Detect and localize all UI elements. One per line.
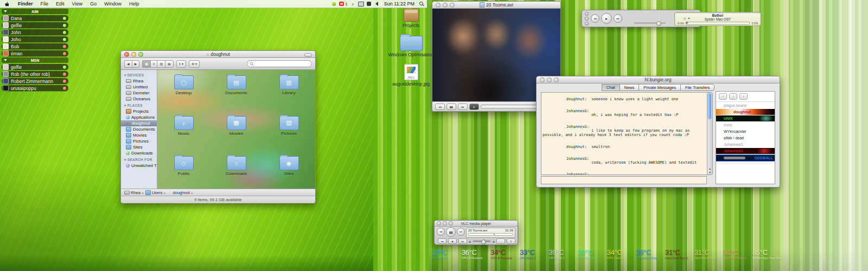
buddy-row[interactable]: gelfie — [2, 64, 68, 70]
scroll-down-icon[interactable]: ▼ — [708, 171, 712, 174]
volume-icon[interactable] — [374, 1, 379, 7]
displays-icon[interactable] — [358, 1, 364, 7]
chat-tab[interactable]: Private Messages — [639, 84, 680, 91]
finder-folder-item[interactable]: ◇ Public — [157, 153, 210, 189]
previous-button[interactable]: ◂◂ — [438, 238, 446, 244]
sidebar-section-header[interactable]: ▾ SEARCH FOR — [121, 156, 157, 163]
path-item[interactable]: doughnut — [168, 190, 190, 195]
vlc-volume-slider[interactable] — [473, 241, 490, 242]
user-row[interactable]: plague bearer — [716, 102, 775, 108]
arrange-menu-button[interactable]: ≡ ▾ — [176, 60, 186, 68]
menu-item[interactable]: Go — [86, 1, 100, 7]
sidebar-section-header[interactable]: ▾ DEVICES — [121, 72, 157, 78]
private-chat-button[interactable]: ○ — [719, 93, 727, 100]
menu-item[interactable]: Edit — [52, 1, 68, 7]
spotlight-icon[interactable] — [419, 2, 424, 6]
playlist-button[interactable]: ≡ — [507, 238, 515, 244]
menu-item[interactable]: Help — [125, 1, 143, 7]
user-row[interactable]: irons — [716, 122, 775, 128]
app-status-icon[interactable] — [367, 1, 372, 7]
sidebar-item[interactable]: Movies — [121, 132, 157, 138]
progress-bar[interactable] — [686, 22, 750, 25]
rewind-button[interactable]: ◂◂ — [437, 228, 445, 236]
buddy-row[interactable]: Robert Zimmermann — [2, 78, 68, 84]
volume-slider[interactable] — [634, 22, 666, 24]
user-row[interactable]: WYkncacnter — [716, 128, 775, 134]
scrollbar-thumb[interactable] — [707, 93, 711, 119]
menu-item[interactable]: Window — [100, 1, 125, 7]
rewind-button[interactable]: ◂◂ — [591, 14, 599, 23]
sidebar-item[interactable]: Sites — [121, 144, 157, 150]
zoom-button[interactable] — [138, 52, 143, 57]
coverflow-view-button[interactable]: ▤ — [165, 60, 174, 68]
close-button[interactable] — [540, 78, 545, 82]
path-item[interactable]: Users — [145, 190, 163, 195]
buddy-row[interactable]: Rob (the other rob) — [2, 71, 68, 77]
forward-button[interactable]: ▶ — [132, 60, 140, 68]
menu-item[interactable]: Finder — [14, 1, 37, 7]
sidebar-item[interactable]: Demeter — [121, 90, 157, 96]
sidebar-item[interactable]: Rhea — [121, 78, 157, 84]
menu-item[interactable]: View — [68, 1, 86, 7]
sidebar-item[interactable]: Downloads — [121, 150, 157, 156]
zoom-button[interactable] — [585, 22, 589, 25]
rewind-button[interactable]: ◂◂ — [435, 104, 445, 110]
growl-icon[interactable] — [331, 1, 336, 7]
finder-folder-item[interactable]: ▦ Movies — [210, 113, 263, 149]
finder-folder-item[interactable]: ○ Downloads — [210, 153, 263, 189]
close-button[interactable] — [585, 12, 589, 16]
user-row[interactable]: ODDBALL — [716, 154, 775, 162]
buddy-row[interactable]: Joho — [2, 36, 68, 42]
play-button[interactable]: ▸ — [601, 13, 612, 24]
chat-tab[interactable]: News — [620, 84, 639, 91]
minimize-button[interactable] — [131, 52, 136, 57]
desktop-icon-windows-optimisation[interactable]: Windows Optimisation — [388, 28, 433, 57]
sidebar-item[interactable]: Applications — [121, 114, 157, 120]
buddy-row[interactable]: John — [2, 29, 68, 35]
back-button[interactable]: ◀ — [124, 60, 132, 68]
stop-button[interactable]: ■ — [448, 238, 457, 244]
gmail-notifier-icon[interactable]: M1 — [339, 1, 347, 7]
finder-folder-item[interactable]: ◉ Sites — [263, 153, 315, 189]
chat-tab[interactable]: File Transfers — [680, 84, 714, 91]
chat-message-input[interactable] — [541, 176, 707, 184]
buddy-row[interactable]: urusaipoppu — [2, 85, 68, 91]
finder-content-area[interactable]: ▢ Desktop ▤ Documents — [157, 70, 315, 189]
close-button[interactable] — [124, 52, 129, 57]
sidebar-section-header[interactable]: ▾ PLACES — [121, 102, 157, 108]
sidebar-item[interactable]: Documents — [121, 126, 157, 132]
sidebar-item[interactable]: Pictures — [121, 138, 157, 144]
minimize-button[interactable] — [443, 221, 447, 225]
broadcast-button[interactable]: ⋮ — [729, 93, 737, 100]
sidebar-item[interactable]: Untitled — [121, 84, 157, 90]
apple-menu-icon[interactable] — [4, 1, 9, 7]
next-button[interactable]: ▸▸ — [458, 238, 467, 244]
extended-controls-button[interactable]: ↔ — [496, 238, 505, 244]
chat-scrollbar[interactable]: ▲ ▼ — [707, 92, 713, 175]
sidebar-item[interactable]: Projects — [121, 108, 157, 114]
icon-view-button[interactable]: ▦ — [142, 60, 150, 68]
user-row[interactable]: UNIX — [716, 115, 775, 121]
pause-button[interactable]: ▮▮ — [446, 227, 456, 237]
user-row[interactable]: JohannesG — [716, 148, 775, 154]
pause-button[interactable]: ▮▮ — [446, 104, 456, 110]
sidebar-item[interactable]: Unwatched TV — [121, 163, 157, 169]
chat-log[interactable]: doughnutsomeone i knew uses a light weig… — [541, 92, 709, 175]
fast-forward-button[interactable]: ▸▸ — [458, 104, 468, 110]
eject-icon[interactable]: ▲ — [687, 16, 691, 20]
sidebar-item[interactable]: ⌂ doughnut — [121, 120, 157, 126]
chat-tab[interactable]: Chat — [602, 84, 620, 91]
user-info-button[interactable]: i — [739, 93, 748, 100]
zoom-button[interactable] — [449, 221, 453, 225]
close-button[interactable] — [437, 221, 441, 225]
sidebar-item[interactable]: Oceanus — [121, 96, 157, 102]
video-titlebar[interactable]: 20 Tooms.avi — [432, 2, 560, 9]
user-row[interactable]: sillek \ dead — [716, 135, 775, 141]
vlc-volume-thumb[interactable] — [481, 240, 486, 244]
menu-clock[interactable]: Sun 11:22 PM — [382, 1, 417, 7]
finder-folder-item[interactable]: ▢ Desktop — [157, 72, 210, 108]
buddy-row[interactable]: éman — [2, 50, 68, 56]
column-view-button[interactable]: ▥ — [157, 60, 165, 68]
zoom-button[interactable] — [450, 3, 455, 8]
close-button[interactable] — [436, 3, 441, 8]
